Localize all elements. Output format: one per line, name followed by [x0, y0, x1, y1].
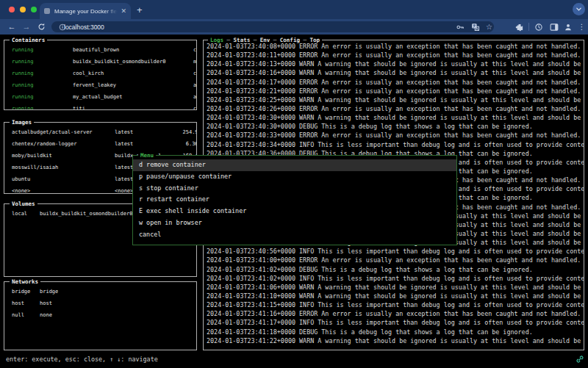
log-line: 2024-01-03T23:40:21+0000 ERROR An error … — [207, 87, 584, 95]
image-name: ubuntu — [12, 173, 115, 185]
translate-icon[interactable] — [470, 22, 480, 32]
log-line: 2024-01-03T23:40:33+0000 ERROR An error … — [207, 131, 584, 140]
container-status: running — [12, 91, 73, 103]
reload-button[interactable] — [37, 22, 46, 32]
menu-item-stop[interactable]: s stop container — [133, 183, 456, 195]
image-name: mosswill/isaiah — [12, 162, 115, 173]
window-minimize-button[interactable] — [20, 7, 26, 12]
container-name: buildx_buildkit_osmondbuilder0 — [73, 56, 193, 68]
log-line: 2024-01-03T23:40:30+0000 DEBUG This is a… — [207, 122, 584, 131]
browser-tab[interactable]: Manage your Docker fleet wi ✕ — [40, 3, 131, 19]
toolbar-separator — [528, 23, 529, 31]
browser-toolbar: ← → localhost:3000 — [0, 19, 588, 35]
container-row[interactable]: runningbuildx_buildkit_osmondbuilder0mob… — [4, 56, 196, 68]
container-name: cool_kirch — [73, 68, 193, 79]
log-line: 2024-01-03T23:41:02+0000 DEBUG This is a… — [207, 265, 584, 274]
network-row[interactable]: hosthost — [4, 297, 196, 309]
browser-menu-icon[interactable]: ⋮ — [577, 22, 587, 32]
window-controls — [9, 7, 37, 12]
image-size: 6.36MB — [153, 138, 196, 150]
container-row[interactable]: runningtitichentex/random-logger — [4, 103, 196, 109]
log-line: 2024-01-03T23:40:25+0000 WARN A warning … — [207, 95, 584, 104]
image-row[interactable]: chentex/random-loggerlatest6.36MB — [4, 138, 196, 150]
container-status: running — [12, 103, 73, 109]
networks-panel[interactable]: Networks bridgebridgehosthostnullnone — [4, 281, 197, 350]
log-line: 2024-01-03T23:41:06+0000 WARN A warning … — [207, 283, 584, 292]
log-line: 2024-01-03T23:41:22+0000 WARN A warning … — [207, 336, 584, 345]
status-bar: enter: execute, esc: close, ↑ ↓: navigat… — [6, 356, 158, 363]
container-image: actualbudget/actual-server — [193, 91, 196, 103]
container-image: chentex/random-logger — [193, 44, 196, 56]
tab-title: Manage your Docker fleet wi — [54, 8, 118, 15]
menu-item-exec[interactable]: E exec shell inside container — [133, 206, 456, 217]
image-row[interactable]: actualbudget/actual-serverlatest254.9MB — [4, 126, 196, 138]
menu-item-cancel[interactable]: cancel — [133, 229, 456, 241]
container-status: running — [12, 79, 73, 91]
container-status: running — [12, 56, 73, 68]
menu-item-open[interactable]: w open in browser — [133, 217, 456, 229]
update-status-icon[interactable] — [534, 22, 543, 32]
window-zoom-button[interactable] — [31, 7, 37, 12]
container-row[interactable]: runningfervent_leakeyactualbudget/actual… — [4, 79, 196, 91]
password-key-icon[interactable] — [455, 22, 465, 32]
bookmark-star-icon[interactable]: ☆ — [484, 22, 494, 32]
log-line: 2024-01-03T23:40:13+0000 WARN A warning … — [207, 59, 584, 68]
image-size: 254.9MB — [153, 126, 196, 138]
log-line: 2024-01-03T23:40:26+0000 ERROR An error … — [207, 104, 584, 113]
network-name: null — [12, 309, 40, 321]
menu-item-pause/unpause[interactable]: p pause/unpause container — [133, 171, 456, 183]
container-status: running — [12, 44, 73, 56]
forward-button[interactable]: → — [21, 21, 32, 32]
log-line: 2024-01-03T23:41:16+0000 ERROR An error … — [207, 309, 584, 318]
log-line: 2024-01-03T23:41:18+0000 DEBUG This is a… — [207, 328, 584, 336]
network-driver: bridge — [40, 286, 58, 297]
log-line: 2024-01-03T23:41:17+0000 INFO This is le… — [207, 318, 584, 327]
menu-item-remove[interactable]: d remove container — [133, 159, 456, 171]
tab-close-icon[interactable]: ✕ — [121, 7, 126, 15]
site-info-icon[interactable] — [57, 22, 67, 32]
log-line: 2024-01-03T23:41:00+0000 ERROR An error … — [207, 256, 584, 264]
container-row[interactable]: runningcool_kirchchentex/random-logger — [4, 68, 196, 79]
tab-favicon-icon — [44, 8, 50, 14]
image-name: actualbudget/actual-server — [12, 126, 115, 138]
profile-avatar-icon[interactable] — [563, 22, 573, 32]
new-tab-button[interactable]: + — [137, 4, 143, 17]
container-row[interactable]: runningbeautiful_brownchentex/random-log… — [4, 44, 196, 56]
tab-search-button[interactable] — [573, 3, 585, 15]
menu-item-restart[interactable]: r restart container — [133, 194, 456, 206]
containers-panel[interactable]: Containers runningbeautiful_brownchentex… — [4, 40, 197, 110]
extensions-icon[interactable] — [514, 22, 524, 32]
container-status: running — [12, 68, 73, 79]
container-image: chentex/random-logger — [193, 68, 196, 79]
log-line: 2024-01-03T23:40:56+0000 INFO This is le… — [207, 247, 584, 256]
window-close-button[interactable] — [9, 7, 15, 12]
container-name: my_actual_budget — [73, 91, 193, 103]
network-name: bridge — [12, 286, 40, 297]
terminal-app: Containers runningbeautiful_brownchentex… — [0, 35, 588, 368]
network-row[interactable]: nullnone — [4, 309, 196, 321]
volume-driver: local — [12, 208, 40, 220]
back-button[interactable]: ← — [6, 21, 18, 32]
container-image: moby/buildkit — [193, 56, 196, 68]
reload-icon — [37, 23, 46, 31]
image-name: <none> — [12, 185, 115, 193]
container-name: beautiful_brown — [73, 44, 193, 56]
container-image: chentex/random-logger — [193, 103, 196, 109]
url-text[interactable]: localhost:3000 — [64, 24, 104, 31]
network-row[interactable]: bridgebridge — [4, 286, 196, 297]
address-bar[interactable]: localhost:3000 — [51, 21, 494, 32]
connection-link-icon — [576, 355, 584, 364]
side-panel-icon[interactable] — [549, 22, 559, 32]
network-driver: none — [40, 309, 52, 321]
log-line: 2024-01-03T23:40:08+0000 ERROR An error … — [207, 42, 584, 51]
image-name: moby/buildkit — [12, 150, 115, 162]
container-image: actualbudget/actual-server — [193, 79, 196, 91]
browser-window: Manage your Docker fleet wi ✕ + ← → — [0, 0, 588, 368]
log-line: 2024-01-03T23:40:30+0000 WARN A warning … — [207, 113, 584, 122]
log-line: 2024-01-03T23:40:17+0000 ERROR An error … — [207, 78, 584, 87]
container-row[interactable]: runningmy_actual_budgetactualbudget/actu… — [4, 91, 196, 103]
log-line: 2024-01-03T23:41:02+0000 INFO This is le… — [207, 274, 584, 283]
log-line: 2024-01-03T23:40:34+0000 INFO This is le… — [207, 140, 584, 149]
tab-strip: Manage your Docker fleet wi ✕ + — [0, 0, 588, 19]
container-name: fervent_leakey — [73, 79, 193, 91]
